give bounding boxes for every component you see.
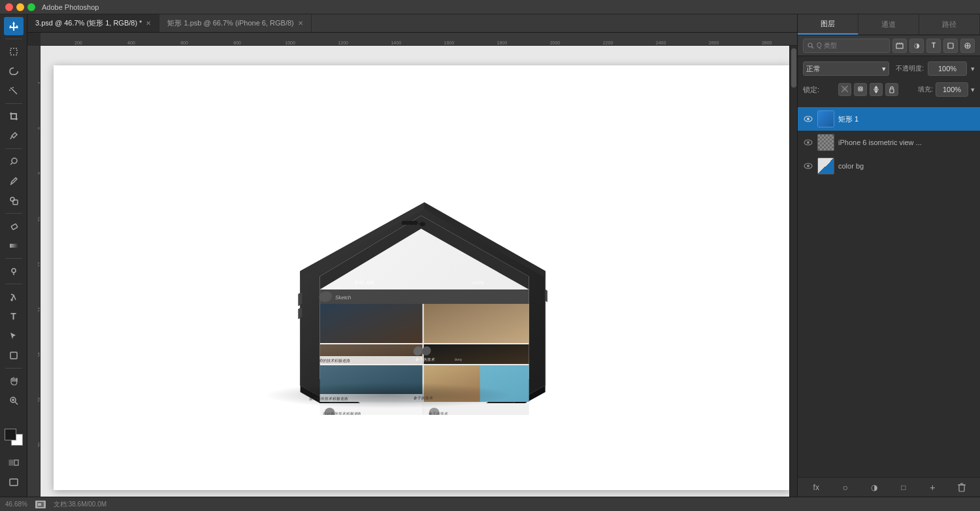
zoom-indicator <box>35 501 46 508</box>
lock-pixels-btn[interactable] <box>838 83 851 96</box>
quick-mask-tool[interactable] <box>4 453 24 472</box>
magic-wand-tool[interactable] <box>4 82 24 100</box>
dodge-tool[interactable] <box>4 262 24 280</box>
svg-rect-5 <box>10 48 17 55</box>
tab-close-2[interactable]: ✕ <box>298 20 303 27</box>
path-select-tool[interactable] <box>4 327 24 345</box>
delete-layer-btn[interactable] <box>955 481 968 494</box>
add-mask-btn[interactable]: ○ <box>839 481 852 494</box>
svg-rect-11 <box>11 114 16 119</box>
ruler-mark-600: 600 <box>180 41 188 45</box>
tab-3psd[interactable]: 3.psd @ 46.7% (矩形 1, RGB/8) * ✕ <box>27 14 159 32</box>
brush-tool[interactable] <box>4 172 24 190</box>
close-btn[interactable] <box>5 3 13 11</box>
filter-shape-btn[interactable] <box>943 39 958 53</box>
opacity-input[interactable]: 100% <box>928 61 967 76</box>
svg-text:Sketch: Sketch <box>335 295 351 301</box>
add-layer-style-btn[interactable]: fx <box>809 481 823 494</box>
minimize-btn[interactable] <box>16 3 24 11</box>
layer-item-3[interactable]: color bg <box>798 154 980 178</box>
ruler-mark-1400: 1400 <box>391 41 401 45</box>
canvas-scroll-area[interactable]: 9:41 AM 100% Sketch <box>41 46 797 497</box>
panel-tab-channels[interactable]: 通道 <box>858 14 919 35</box>
lock-all-btn[interactable] <box>885 83 898 96</box>
filter-type-btn[interactable] <box>892 39 907 53</box>
scrollbar-right[interactable] <box>789 46 797 497</box>
panel-toolbar: Q 类型 ◑ T <box>798 35 980 56</box>
type-tool[interactable]: T <box>4 307 24 325</box>
svg-line-23 <box>11 294 14 295</box>
lock-image-btn[interactable] <box>854 83 867 96</box>
svg-rect-31 <box>14 460 18 465</box>
ruler-top-canvas: 200 400 600 800 1000 1200 1400 1600 1800… <box>41 33 797 45</box>
clone-stamp-tool[interactable] <box>4 191 24 210</box>
layer-visibility-1[interactable] <box>803 114 813 124</box>
new-group-btn[interactable]: □ <box>897 481 910 494</box>
title-bar: Adobe Photoshop <box>0 0 980 14</box>
type-filter-icon <box>896 42 904 50</box>
tool-separator-7 <box>5 368 22 369</box>
add-adjustment-btn[interactable]: ◑ <box>868 481 881 494</box>
tool-separator-5 <box>5 258 22 259</box>
gradient-tool[interactable] <box>4 237 24 255</box>
svg-point-86 <box>419 222 426 227</box>
svg-text:Betty: Betty <box>455 357 463 361</box>
layer-item-1[interactable]: 矩形 1 <box>798 107 980 131</box>
chevron-down-icon: ▾ <box>882 65 886 73</box>
ruler-left: 4 6 8 10 12 14 16 18 20 <box>27 46 41 497</box>
hand-tool[interactable] <box>4 372 24 390</box>
screen-mode-btn[interactable] <box>4 473 24 491</box>
tab-close-1[interactable]: ✕ <box>146 20 151 27</box>
layer-search[interactable]: Q 类型 <box>803 39 890 53</box>
scrollbar-thumb-right[interactable] <box>791 48 796 88</box>
spot-heal-tool[interactable] <box>4 152 24 171</box>
panel-tab-layers[interactable]: 图层 <box>798 14 858 35</box>
foreground-color[interactable] <box>5 429 16 440</box>
blend-mode-select[interactable]: 正常 ▾ <box>803 61 889 76</box>
svg-marker-24 <box>10 333 16 339</box>
fill-input[interactable]: 100% <box>936 82 968 97</box>
tabs-bar: 3.psd @ 46.7% (矩形 1, RGB/8) * ✕ 矩形 1.psb… <box>27 14 797 33</box>
svg-rect-107 <box>890 89 894 93</box>
opacity-label: 不透明度: <box>896 64 924 73</box>
svg-rect-94 <box>948 43 953 48</box>
layer-visibility-2[interactable] <box>803 137 813 148</box>
zoom-level: 46.68% <box>5 501 27 508</box>
app-title: Adobe Photoshop <box>42 3 99 11</box>
rect-select-tool[interactable] <box>4 42 24 61</box>
lock-all-icon <box>889 86 895 93</box>
layer-visibility-3[interactable] <box>803 161 813 171</box>
filter-adjustment-btn[interactable]: ◑ <box>909 39 924 53</box>
pen-tool[interactable] <box>4 288 24 306</box>
crop-tool[interactable] <box>4 107 24 125</box>
filter-smart-btn[interactable] <box>960 39 975 53</box>
eraser-tool[interactable] <box>4 217 24 235</box>
fill-chevron-icon: ▾ <box>971 86 975 94</box>
new-layer-btn[interactable]: + <box>926 481 939 494</box>
panel-tab-paths[interactable]: 路径 <box>919 14 980 35</box>
color-swatches[interactable] <box>5 429 23 446</box>
svg-marker-78 <box>546 289 547 302</box>
window-controls[interactable] <box>5 3 35 11</box>
ruler-mark-2200: 2200 <box>603 41 613 45</box>
filter-type-text-btn[interactable]: T <box>926 39 941 53</box>
lasso-tool[interactable] <box>4 62 24 80</box>
eye-icon-3 <box>804 163 813 169</box>
lock-position-btn[interactable] <box>870 83 883 96</box>
maximize-btn[interactable] <box>27 3 35 11</box>
canvas-background[interactable]: 9:41 AM 100% Sketch <box>41 46 797 497</box>
svg-line-89 <box>812 46 814 48</box>
iphone-mockup: 9:41 AM 100% Sketch <box>199 127 578 415</box>
svg-marker-46 <box>320 304 423 343</box>
layer-item-2[interactable]: iPhone 6 isometric view ... <box>798 131 980 154</box>
svg-point-111 <box>807 141 809 144</box>
layer-thumbnail-1 <box>817 110 834 127</box>
tool-separator-4 <box>5 213 22 214</box>
zoom-tool[interactable] <box>4 391 24 410</box>
eyedropper-tool[interactable] <box>4 127 24 145</box>
move-tool[interactable] <box>4 17 24 35</box>
zoom-icon <box>37 502 44 507</box>
tab-xing1psb[interactable]: 矩形 1.psb @ 66.7% (iPhone 6, RGB/8) ✕ <box>159 14 311 32</box>
shape-tool[interactable] <box>4 346 24 365</box>
layer-thumbnail-3 <box>817 157 834 174</box>
